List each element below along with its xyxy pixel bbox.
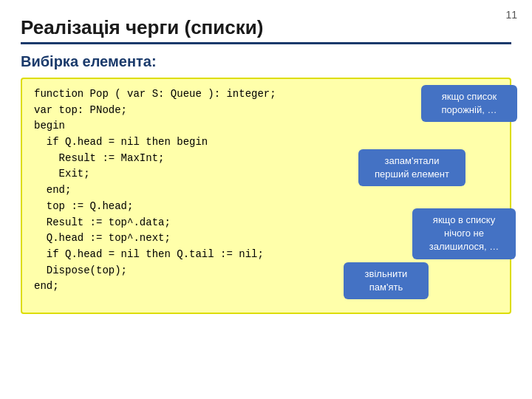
- slide-subtitle: Вибірка елемента:: [21, 53, 511, 70]
- slide-number: 11: [505, 9, 517, 21]
- slide-title: Реалізація черги (списки): [21, 16, 511, 39]
- code-text: function Pop ( var S: Queue ): integer; …: [34, 86, 498, 295]
- code-block: function Pop ( var S: Queue ): integer; …: [21, 78, 511, 314]
- title-underline: [21, 42, 511, 44]
- slide: 11 Реалізація черги (списки) Вибірка еле…: [0, 0, 532, 399]
